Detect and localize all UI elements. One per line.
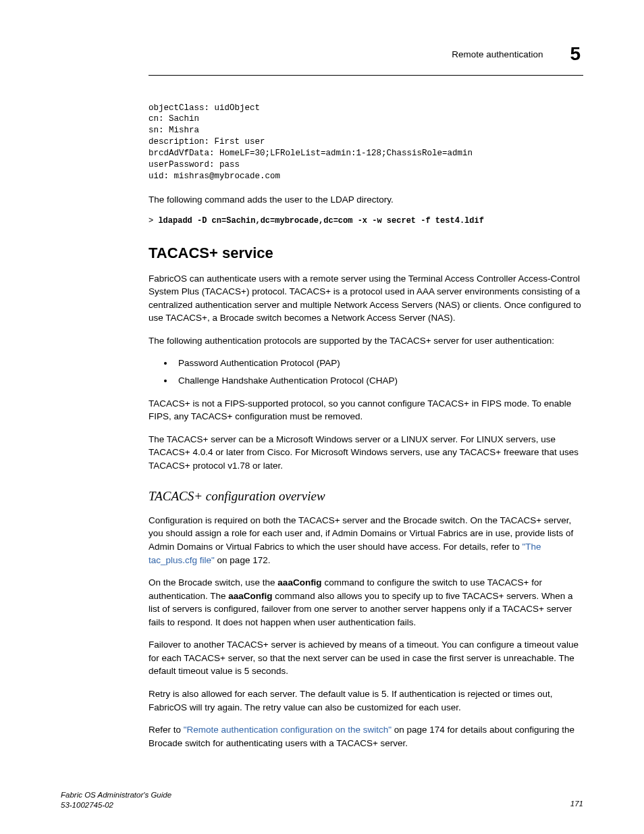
- body-paragraph: The following authentication protocols a…: [149, 334, 583, 348]
- text-run: On the Brocade switch, use the: [149, 577, 277, 588]
- text-run: Configuration is required on both the TA…: [149, 515, 573, 552]
- body-paragraph: FabricOS can authenticate users with a r…: [149, 272, 583, 325]
- body-paragraph: TACACS+ is not a FIPS-supported protocol…: [149, 397, 583, 423]
- page-header: Remote authentication 5: [149, 41, 583, 68]
- protocol-list: Password Authentication Protocol (PAP) C…: [149, 357, 583, 387]
- command-name: aaaConfig: [277, 577, 321, 588]
- running-header-title: Remote authentication: [452, 48, 543, 61]
- chapter-number: 5: [570, 41, 581, 68]
- xref-link-remote-auth-config[interactable]: "Remote authentication configuration on …: [184, 725, 392, 735]
- body-paragraph: Retry is also allowed for each server. T…: [149, 687, 583, 714]
- text-run: Refer to: [149, 725, 184, 735]
- list-item: Password Authentication Protocol (PAP): [174, 357, 583, 370]
- body-paragraph: On the Brocade switch, use the aaaConfig…: [149, 576, 583, 629]
- footer-left: Fabric OS Administrator's Guide 53-10027…: [61, 790, 171, 810]
- intro-paragraph: The following command adds the user to t…: [149, 193, 583, 207]
- body-paragraph: Configuration is required on both the TA…: [149, 514, 583, 567]
- ldapadd-command: > ldapadd -D cn=Sachin,dc=mybrocade,dc=c…: [149, 215, 583, 227]
- body-paragraph: Refer to "Remote authentication configur…: [149, 723, 583, 750]
- ldif-code-block: objectClass: uidObject cn: Sachin sn: Mi…: [149, 103, 583, 182]
- body-paragraph: The TACACS+ server can be a Microsoft Wi…: [149, 433, 583, 473]
- footer-doc-number: 53-1002745-02: [61, 800, 171, 810]
- list-item: Challenge Handshake Authentication Proto…: [174, 374, 583, 388]
- subsection-heading-overview: TACACS+ configuration overview: [149, 487, 583, 506]
- body-paragraph: Failover to another TACACS+ server is ac…: [149, 638, 583, 678]
- command-text: ldapadd -D cn=Sachin,dc=mybrocade,dc=com…: [158, 216, 483, 226]
- footer-guide-title: Fabric OS Administrator's Guide: [61, 790, 171, 800]
- text-run: on page 172.: [215, 555, 271, 565]
- footer-page-number: 171: [570, 798, 583, 810]
- header-rule: [149, 75, 583, 76]
- section-heading-tacacs: TACACS+ service: [149, 242, 583, 264]
- command-name: aaaConfig: [228, 591, 272, 601]
- prompt: >: [149, 216, 158, 226]
- page-footer: Fabric OS Administrator's Guide 53-10027…: [61, 790, 583, 810]
